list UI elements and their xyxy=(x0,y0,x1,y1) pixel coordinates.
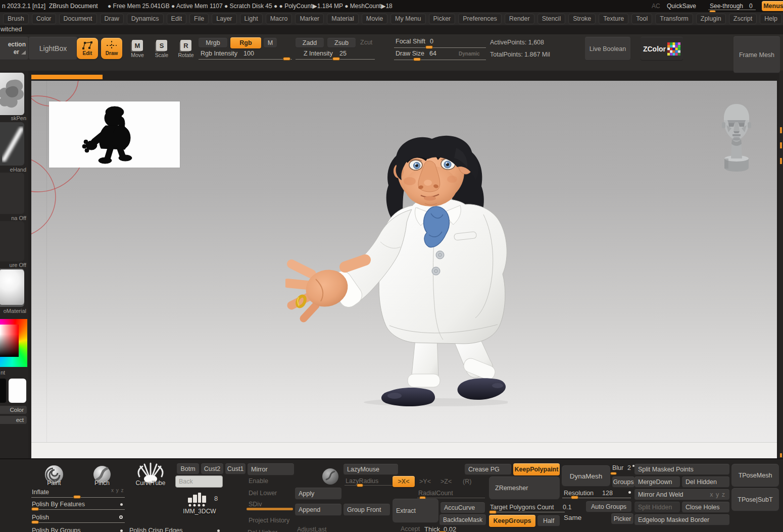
mirror-and-weld-button[interactable]: Mirror And Weld x y z xyxy=(634,489,729,500)
del-hidden-button[interactable]: Del Hidden xyxy=(682,476,729,488)
rgb-button[interactable]: Rgb xyxy=(230,37,261,48)
cust1-button[interactable]: Cust1 xyxy=(225,463,246,474)
main-color-swatch[interactable] xyxy=(0,379,6,403)
rgb-intensity-handle[interactable] xyxy=(283,57,290,61)
projection-master-button[interactable]: ection er xyxy=(0,37,28,60)
zcolor-button[interactable]: ZColor xyxy=(641,37,683,61)
zcut-button[interactable]: Zcut xyxy=(360,39,372,46)
dynamesh-button[interactable]: DynaMesh xyxy=(562,465,610,487)
dynamic-toggle[interactable]: Dynamic xyxy=(459,51,480,57)
focal-shift-track[interactable] xyxy=(394,47,486,48)
menus-button[interactable]: Menus xyxy=(762,1,783,11)
polish-label[interactable]: Polish xyxy=(32,514,49,521)
edit-button[interactable]: Edit xyxy=(77,38,98,59)
del-lower-button[interactable]: Del Lower xyxy=(249,490,277,497)
backfacemask-button[interactable]: BackfaceMask xyxy=(439,514,486,525)
rgb-intensity-track[interactable] xyxy=(199,59,292,60)
target-polygons-track[interactable] xyxy=(489,512,565,512)
accept-button[interactable]: Accept xyxy=(401,525,420,532)
keepgroups-button[interactable]: KeepGroups xyxy=(489,515,535,527)
focal-shift-label[interactable]: Focal Shift xyxy=(396,38,425,45)
texture-thumbnail[interactable] xyxy=(0,221,24,261)
menu-stencil[interactable]: Stencil xyxy=(537,14,566,24)
polish-by-features-handle[interactable] xyxy=(31,507,39,511)
sdiv-slider[interactable] xyxy=(247,508,293,510)
stroke-thumbnail[interactable] xyxy=(0,122,24,166)
menu-movie[interactable]: Movie xyxy=(362,14,387,24)
accucurve-button[interactable]: AccuCurve xyxy=(441,502,485,513)
resolution-mode-dot[interactable] xyxy=(628,491,631,494)
polish-by-features-label[interactable]: Polish By Features xyxy=(32,501,85,508)
document-viewport[interactable] xyxy=(31,81,777,458)
split-hidden-button[interactable]: Split Hidden xyxy=(634,502,680,513)
rotate-button[interactable]: R Rotate xyxy=(175,40,197,58)
radialcount-label[interactable]: RadialCount xyxy=(418,490,453,497)
blur-label[interactable]: Blur xyxy=(612,464,623,471)
polish-handle[interactable] xyxy=(31,520,39,524)
inflate-handle[interactable] xyxy=(73,495,81,499)
menu-stroke[interactable]: Stroke xyxy=(568,14,596,24)
menu-layer[interactable]: Layer xyxy=(212,14,236,24)
select-button[interactable]: ect xyxy=(0,416,27,424)
alpha-thumbnail[interactable] xyxy=(0,173,24,214)
thick-label[interactable]: Thick xyxy=(424,525,440,532)
menu-marker[interactable]: Marker xyxy=(295,14,324,24)
zadd-button[interactable]: Zadd xyxy=(296,38,324,48)
polish-track[interactable] xyxy=(31,522,125,523)
polish-by-features-track[interactable] xyxy=(31,509,125,510)
sdiv-label[interactable]: SDiv xyxy=(249,501,262,508)
lightbox-button[interactable]: LightBox xyxy=(29,37,77,60)
scale-button[interactable]: S Scale xyxy=(151,40,173,58)
lazymouse-button[interactable]: LazyMouse xyxy=(344,464,398,475)
quicksave-button[interactable]: QuickSave xyxy=(667,3,696,10)
zremesher-button[interactable]: ZRemesher xyxy=(489,476,560,500)
character-model[interactable] xyxy=(285,134,508,406)
resolution-handle[interactable] xyxy=(571,496,578,499)
material-thumbnail[interactable] xyxy=(0,269,24,307)
secondary-color-swatch[interactable] xyxy=(9,379,26,403)
menu-draw[interactable]: Draw xyxy=(100,14,124,24)
focal-shift-handle[interactable] xyxy=(425,45,433,49)
menu-macro[interactable]: Macro xyxy=(266,14,292,24)
z-intensity-label[interactable]: Z Intensity xyxy=(304,50,333,57)
keeppolypaint-button[interactable]: KeepPolypaint xyxy=(513,463,560,475)
half-button[interactable]: Half xyxy=(537,515,560,526)
symmetry-x-button[interactable]: >X< xyxy=(393,476,415,487)
del-higher-button[interactable]: Del Higher xyxy=(248,529,277,532)
menu-material[interactable]: Material xyxy=(327,14,358,24)
same-button[interactable]: Same xyxy=(564,514,581,521)
polish-by-features-mode-dot[interactable] xyxy=(120,503,123,506)
edgeloop-masked-border-button[interactable]: Edgeloop Masked Border xyxy=(634,514,729,525)
crease-pg-button[interactable]: Crease PG xyxy=(465,464,511,475)
draw-button[interactable]: Draw xyxy=(101,38,122,59)
menu-zplugin[interactable]: Zplugin xyxy=(696,14,726,24)
right-tray-strip[interactable] xyxy=(779,71,783,458)
blur-handle[interactable] xyxy=(610,472,617,475)
picker-button[interactable]: Picker xyxy=(611,513,633,524)
menu-render[interactable]: Render xyxy=(505,14,534,24)
menu-transform[interactable]: Transform xyxy=(655,14,693,24)
imm-brush-button[interactable] xyxy=(186,492,212,507)
menu-edit[interactable]: Edit xyxy=(167,14,187,24)
resolution-label[interactable]: Resolution xyxy=(564,490,594,497)
enable-button[interactable]: Enable xyxy=(249,477,268,485)
mergedown-button[interactable]: MergeDown xyxy=(634,476,680,488)
polish-crisp-edges-mode-dot[interactable] xyxy=(217,529,220,532)
draw-size-label[interactable]: Draw Size xyxy=(396,50,424,57)
menu-tool[interactable]: Tool xyxy=(631,14,652,24)
cust2-button[interactable]: Cust2 xyxy=(201,463,223,474)
menu-texture[interactable]: Texture xyxy=(599,14,628,24)
mirror-weld-xyz-toggle[interactable]: x y z xyxy=(710,491,725,498)
menu-brush[interactable]: Brush xyxy=(3,14,29,24)
menu-dynamics[interactable]: Dynamics xyxy=(127,14,164,24)
lazyradius-track[interactable] xyxy=(345,485,398,486)
zsub-button[interactable]: Zsub xyxy=(327,38,356,48)
inflate-label[interactable]: Inflate xyxy=(32,489,49,496)
split-masked-points-button[interactable]: Split Masked Points xyxy=(634,464,729,475)
lazyradius-handle[interactable] xyxy=(357,484,363,487)
adjustlast-button[interactable]: AdjustLast xyxy=(297,526,326,532)
extract-button[interactable]: Extract xyxy=(393,499,438,523)
rgb-intensity-label[interactable]: Rgb Intensity xyxy=(201,50,237,57)
append-button[interactable]: Append xyxy=(295,504,341,516)
menu-light[interactable]: Light xyxy=(240,14,263,24)
